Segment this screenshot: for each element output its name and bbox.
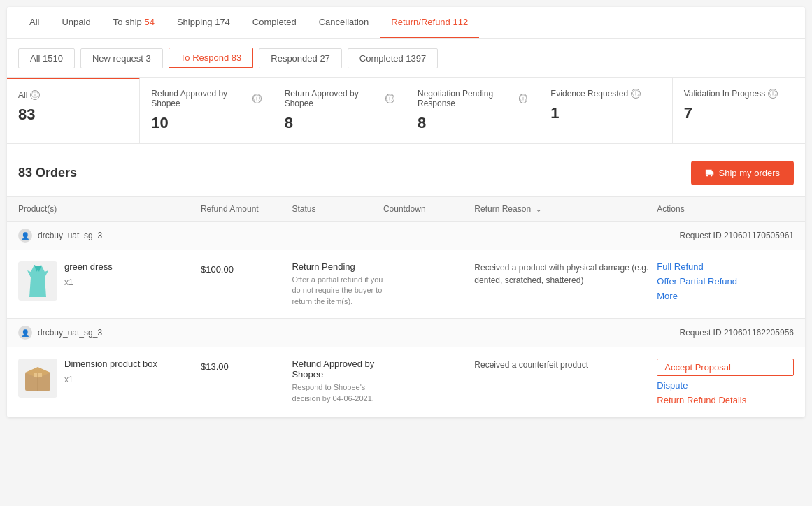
user-avatar-1: 👤 <box>18 229 32 243</box>
status-card-negotiation[interactable]: Negotiation Pending Response ⓘ 8 <box>406 78 539 143</box>
status-value-refund: 10 <box>151 114 261 132</box>
accept-proposal-link[interactable]: Accept Proposal <box>657 359 794 376</box>
status-card-return-approved[interactable]: Return Approved by Shopee ⓘ 8 <box>273 78 406 143</box>
status-card-validation[interactable]: Validation In Progress ⓘ 7 <box>673 78 805 143</box>
order-row-2: Dimension product box x1 $13.00 Refund A… <box>7 347 805 417</box>
box-svg <box>22 363 53 393</box>
info-icon-all[interactable]: ⓘ <box>30 90 40 100</box>
more-link-1[interactable]: More <box>657 291 794 301</box>
request-id-2: Request ID 210601162205956 <box>680 328 794 338</box>
ship-icon <box>705 168 715 178</box>
status-value-all: 83 <box>18 106 128 124</box>
subtab-completed[interactable]: Completed 1397 <box>348 48 438 68</box>
status-card-refund-approved[interactable]: Refund Approved by Shopee ⓘ 10 <box>140 78 273 143</box>
subtab-responded[interactable]: Responded 27 <box>259 48 342 68</box>
status-desc-1: Offer a partial refund if you do not req… <box>292 275 383 307</box>
col-refund: Refund Amount <box>201 204 292 214</box>
actions-cell-1: Full Refund Offer Partial Refund More <box>657 261 794 301</box>
order-group-header-2: 👤 drcbuy_uat_sg_3 Request ID 21060116220… <box>7 319 805 347</box>
status-label-2: Refund Approved by Shopee <box>292 359 383 380</box>
subtab-to-respond[interactable]: To Respond 83 <box>169 48 253 68</box>
col-status: Status <box>292 204 383 214</box>
tab-unpaid[interactable]: Unpaid <box>50 7 101 38</box>
return-reason-2: Received a counterfeit product <box>474 359 657 371</box>
status-value-return: 8 <box>285 114 394 132</box>
return-reason-1: Received a product with physical damage … <box>474 261 657 287</box>
col-actions: Actions <box>657 204 794 214</box>
sort-icon[interactable]: ⌄ <box>536 205 541 213</box>
col-return-reason: Return Reason ⌄ <box>474 204 657 214</box>
orders-header: 83 Orders Ship my orders <box>7 150 805 196</box>
col-countdown: Countdown <box>383 204 474 214</box>
table-header: Product(s) Refund Amount Status Countdow… <box>7 196 805 222</box>
col-products: Product(s) <box>18 204 201 214</box>
return-refund-details-link[interactable]: Return Refund Details <box>657 395 794 405</box>
product-cell-1: green dress x1 <box>18 261 201 301</box>
subtab-all[interactable]: All 1510 <box>18 48 75 68</box>
order-group-header-1: 👤 drcbuy_uat_sg_3 Request ID 21060117050… <box>7 222 805 250</box>
user-avatar-2: 👤 <box>18 326 32 340</box>
tab-shipping[interactable]: Shipping 174 <box>166 7 241 38</box>
refund-amount-1: $100.00 <box>201 261 292 275</box>
dress-svg <box>24 263 52 298</box>
order-user-1: 👤 drcbuy_uat_sg_3 <box>18 229 102 243</box>
product-image-1 <box>18 261 57 301</box>
ship-orders-button[interactable]: Ship my orders <box>691 161 794 185</box>
status-card-evidence[interactable]: Evidence Requested ⓘ 1 <box>539 78 672 143</box>
top-tabs: All Unpaid To ship 54 Shipping 174 Compl… <box>7 7 805 39</box>
info-icon-refund[interactable]: ⓘ <box>252 94 262 103</box>
sub-tabs: All 1510 New request 3 To Respond 83 Res… <box>7 39 805 78</box>
orders-title: 83 Orders <box>18 166 77 180</box>
product-name-2: Dimension product box <box>64 359 201 369</box>
svg-point-0 <box>706 174 708 176</box>
svg-point-1 <box>710 174 712 176</box>
tab-return-refund[interactable]: Return/Refund 112 <box>380 7 479 38</box>
product-cell-2: Dimension product box x1 <box>18 359 201 398</box>
status-cell-2: Refund Approved by Shopee Respond to Sho… <box>292 359 383 404</box>
product-name-1: green dress <box>64 261 201 272</box>
product-qty-1: x1 <box>64 275 201 287</box>
tab-completed[interactable]: Completed <box>241 7 308 38</box>
request-id-1: Request ID 210601170505961 <box>680 231 794 240</box>
offer-partial-refund-link[interactable]: Offer Partial Refund <box>657 276 794 287</box>
tab-to-ship[interactable]: To ship 54 <box>102 7 166 38</box>
status-value-evidence: 1 <box>550 104 660 122</box>
status-label-1: Return Pending <box>292 261 383 272</box>
status-desc-2: Respond to Shopee's decision by 04-06-20… <box>292 382 383 404</box>
tab-cancellation[interactable]: Cancellation <box>308 7 380 38</box>
status-cell-1: Return Pending Offer a partial refund if… <box>292 261 383 307</box>
order-user-2: 👤 drcbuy_uat_sg_3 <box>18 326 102 340</box>
status-cards: All ⓘ 83 Refund Approved by Shopee ⓘ 10 … <box>7 78 805 144</box>
info-icon-return[interactable]: ⓘ <box>385 94 394 103</box>
order-row-1: green dress x1 $100.00 Return Pending Of… <box>7 250 805 318</box>
order-group-1: 👤 drcbuy_uat_sg_3 Request ID 21060117050… <box>7 222 805 319</box>
status-card-all[interactable]: All ⓘ 83 <box>7 78 140 143</box>
info-icon-negotiation[interactable]: ⓘ <box>519 94 527 103</box>
product-image-2 <box>18 359 57 398</box>
actions-cell-2: Accept Proposal Dispute Return Refund De… <box>657 359 794 405</box>
status-value-negotiation: 8 <box>418 114 527 132</box>
tab-all[interactable]: All <box>18 7 50 38</box>
product-qty-2: x1 <box>64 372 201 384</box>
full-refund-link[interactable]: Full Refund <box>657 261 794 272</box>
info-icon-validation[interactable]: ⓘ <box>768 89 778 99</box>
info-icon-evidence[interactable]: ⓘ <box>631 89 641 99</box>
order-group-2: 👤 drcbuy_uat_sg_3 Request ID 21060116220… <box>7 319 805 417</box>
subtab-new-request[interactable]: New request 3 <box>80 48 163 68</box>
status-value-validation: 7 <box>684 104 794 122</box>
refund-amount-2: $13.00 <box>201 359 292 372</box>
dispute-link[interactable]: Dispute <box>657 380 794 391</box>
